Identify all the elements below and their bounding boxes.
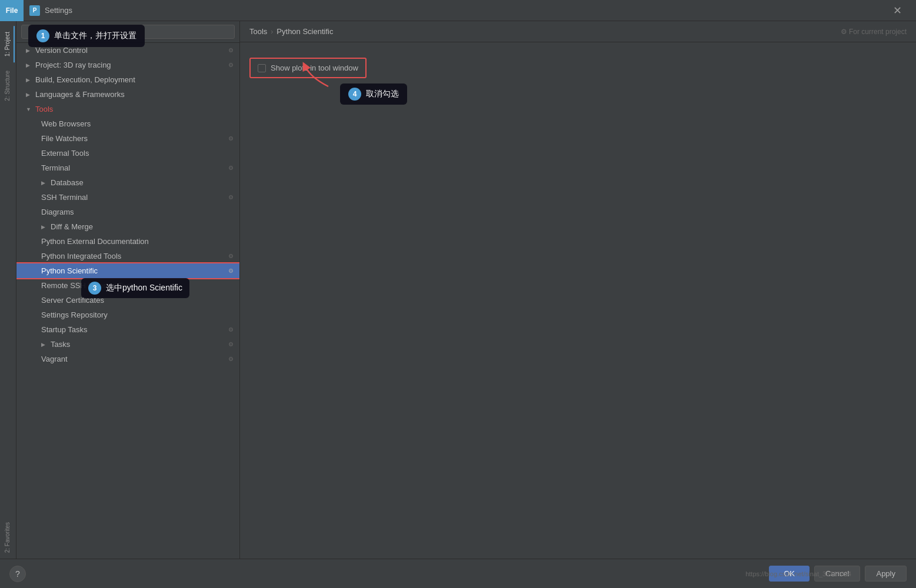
tree-item-tasks[interactable]: ▶ Tasks ⚙ [16,337,239,352]
tree-label-python-integrated: Python Integrated Tools [41,252,228,260]
startup-icon: ⚙ [228,326,234,333]
tree-label-diagrams: Diagrams [41,208,234,216]
vcs-icon: ⚙ [228,47,234,54]
file-menu-button[interactable]: File [0,0,24,21]
step4-annotation: 4 取消勾选 [334,72,407,105]
tree-label-server-certs: Server Certificates [41,296,234,305]
sidebar-tab-project[interactable]: 1: Project [2,26,15,62]
breadcrumb-separator: › [271,28,273,36]
vertical-sidebar: 1: Project 2: Structure 2: Favorites [0,21,16,559]
tree-item-python-ext-doc[interactable]: Python External Documentation [16,234,239,249]
tree-item-server-certs[interactable]: Server Certificates [16,293,239,308]
breadcrumb-current: Python Scientific [277,27,333,36]
window-title: Settings [45,6,890,15]
tree-label-python-ext-doc: Python External Documentation [41,237,234,246]
tree-label-tools: Tools [35,105,234,113]
tree-label-project: Project: 3D ray tracing [35,61,228,69]
python-scientific-icon: ⚙ [228,268,234,274]
tree-item-languages[interactable]: ▶ Languages & Frameworks [16,87,239,102]
help-button[interactable]: ? [9,566,26,582]
tree-item-remote-ssh[interactable]: Remote SSH External Tools 3 选中python Sci… [16,278,239,293]
tree-label-settings-repo: Settings Repository [41,310,234,319]
tree-item-settings-repo[interactable]: Settings Repository [16,308,239,322]
tree-item-external-tools[interactable]: External Tools [16,146,239,161]
step4-text: 取消勾选 [366,89,399,99]
tree-label-database: Database [51,178,234,187]
settings-tree-panel: ▶ Version Control ⚙ ▶ Project: 3D ray tr… [16,21,240,559]
python-integrated-icon: ⚙ [228,253,234,259]
content-area: Show plots in tool window 4 取消勾选 [240,42,916,559]
file-label: File [6,6,18,15]
step4-circle: 4 [348,88,361,101]
tree-label-version-control: Version Control [35,46,228,55]
close-button[interactable]: ✕ [890,4,905,17]
tree-label-tasks: Tasks [51,340,228,349]
tree-item-tools[interactable]: ▼ Tools 2 选中工具菜单 [16,102,239,116]
bottom-bar: ? OK Cancel Apply https://blog.csdn.net/… [0,559,916,588]
breadcrumb-project: ⚙ For current project [841,28,907,36]
tree-label-languages: Languages & Frameworks [35,90,234,99]
tree-label-external-tools: External Tools [41,149,234,158]
tree-item-startup-tasks[interactable]: Startup Tasks ⚙ [16,322,239,337]
step1-annotation: 1 单击文件，并打开设置 [28,25,145,47]
tree-item-python-integrated[interactable]: Python Integrated Tools ⚙ [16,249,239,263]
terminal-icon: ⚙ [228,165,234,171]
tree-label-startup-tasks: Startup Tasks [41,325,228,334]
tree-label-build: Build, Execution, Deployment [35,75,234,84]
tree-label-file-watchers: File Watchers [41,134,228,143]
step4-bubble: 4 取消勾选 [340,83,407,105]
tree-item-terminal[interactable]: Terminal ⚙ [16,161,239,175]
breadcrumb: Tools › Python Scientific ⚙ For current … [240,21,916,42]
sidebar-tab-favorites[interactable]: 2: Favorites [2,516,15,559]
apply-button[interactable]: Apply [865,566,907,582]
tree-label-remote-ssh: Remote SSH External Tools [41,281,234,290]
url-bar: https://blog.csdn.net/sinat_36369024 [745,570,851,577]
breadcrumb-root: Tools [249,27,267,36]
show-plots-checkbox[interactable] [258,64,266,72]
sidebar-tab-structure[interactable]: 2: Structure [2,65,15,107]
tree-label-diff-merge: Diff & Merge [51,222,234,231]
tree-item-web-browsers[interactable]: Web Browsers [16,116,239,131]
tree-item-ssh-terminal[interactable]: SSH Terminal ⚙ [16,190,239,205]
app-icon: P [29,5,40,16]
content-panel: Tools › Python Scientific ⚙ For current … [240,21,916,559]
tree-label-terminal: Terminal [41,163,228,172]
vagrant-icon: ⚙ [228,356,234,362]
file-watchers-icon: ⚙ [228,135,234,142]
project-icon: ⚙ [228,62,234,68]
tree-label-vagrant: Vagrant [41,355,228,363]
step1-text: 单击文件，并打开设置 [54,31,136,41]
tree-label-web-browsers: Web Browsers [41,119,234,128]
tree-item-vagrant[interactable]: Vagrant ⚙ [16,352,239,366]
title-bar: P Settings ✕ [0,0,916,21]
ssh-icon: ⚙ [228,194,234,201]
step1-circle: 1 [36,29,49,42]
tree-label-python-scientific: Python Scientific [41,266,228,275]
step4-arrow [299,60,334,89]
tree-item-python-scientific[interactable]: Python Scientific ⚙ [16,263,239,278]
tree-item-project[interactable]: ▶ Project: 3D ray tracing ⚙ [16,58,239,72]
tree-item-diff-merge[interactable]: ▶ Diff & Merge [16,219,239,234]
tree-item-file-watchers[interactable]: File Watchers ⚙ [16,131,239,146]
tree-item-build[interactable]: ▶ Build, Execution, Deployment [16,72,239,87]
tree-item-database[interactable]: ▶ Database [16,175,239,190]
tree-label-ssh-terminal: SSH Terminal [41,193,228,202]
tree-item-diagrams[interactable]: Diagrams [16,205,239,219]
tasks-icon: ⚙ [228,341,234,348]
